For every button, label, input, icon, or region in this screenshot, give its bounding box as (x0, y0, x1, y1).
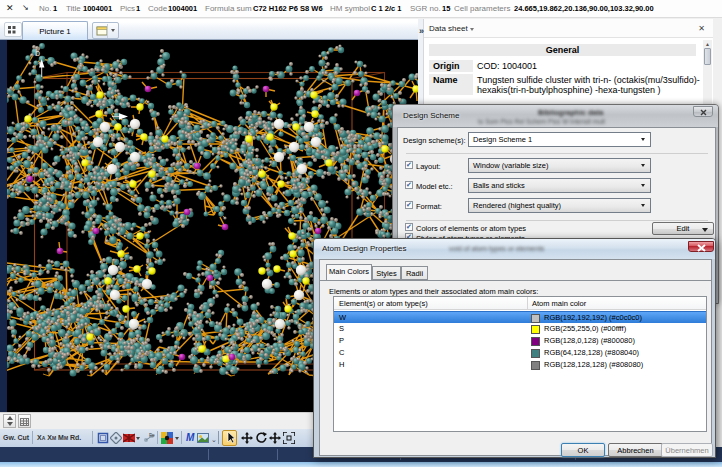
svg-text:b: b (35, 48, 40, 58)
svg-text:Fe: Fe (149, 432, 155, 438)
